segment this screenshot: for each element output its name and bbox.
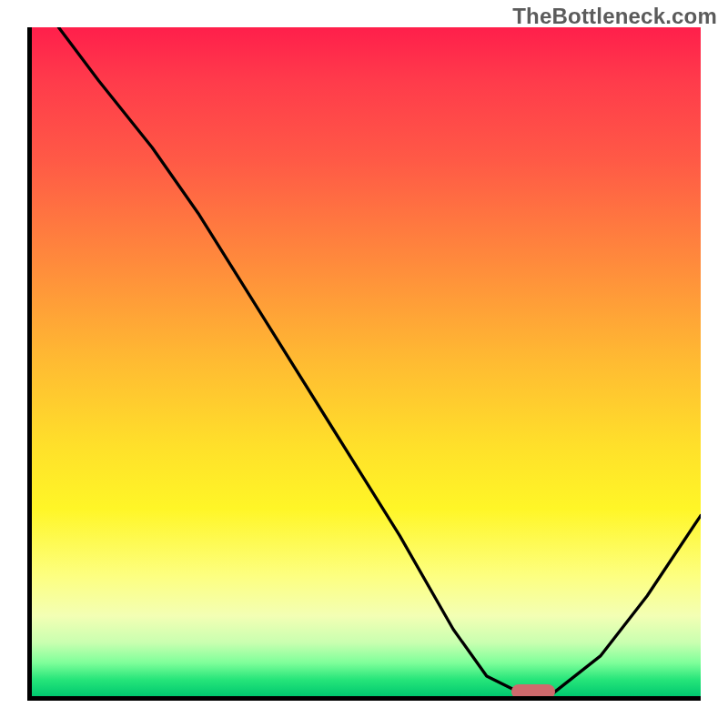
optimal-marker	[511, 684, 555, 699]
bottleneck-curve	[32, 27, 701, 696]
curve-path	[58, 27, 701, 693]
chart-container: TheBottleneck.com	[0, 0, 728, 728]
watermark-label: TheBottleneck.com	[512, 4, 717, 29]
plot-area	[27, 27, 701, 701]
